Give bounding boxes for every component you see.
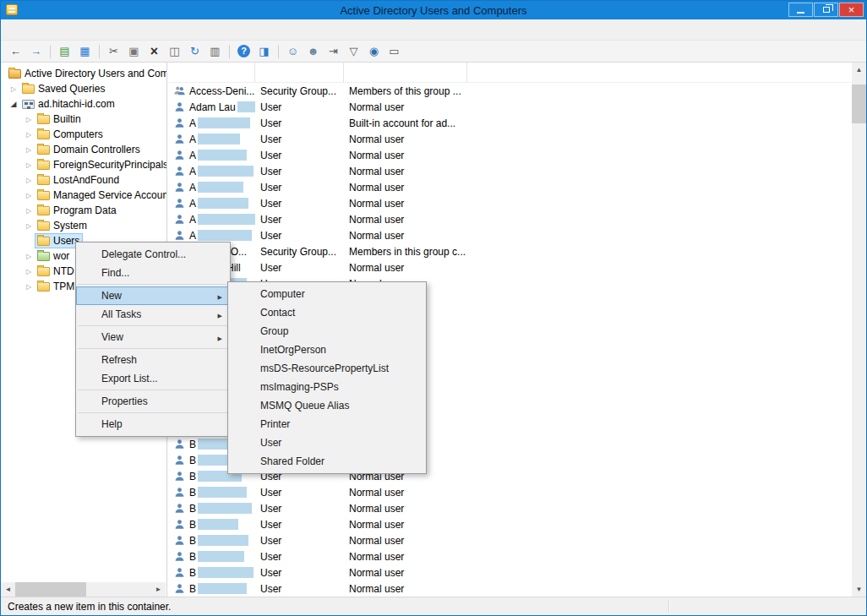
forward-icon[interactable]: → [26, 42, 46, 60]
scroll-left-icon[interactable]: ◄ [1, 582, 15, 597]
new-submenu-item-inetorgperson[interactable]: InetOrgPerson [228, 341, 426, 359]
context-menu-item-all-tasks[interactable]: All Tasks [76, 305, 230, 324]
export-list-icon[interactable]: ▥ [205, 42, 225, 60]
new-submenu-item-computer[interactable]: Computer [228, 285, 426, 303]
back-icon[interactable]: ← [6, 42, 25, 60]
table-row[interactable]: B User Normal user [168, 548, 852, 564]
table-row[interactable]: B User Normal user [168, 516, 852, 532]
table-row[interactable]: A User Built-in account for ad... [168, 115, 852, 131]
new-user-icon[interactable]: ☺ [283, 42, 303, 60]
expander-icon[interactable]: ▷ [23, 161, 35, 169]
new-submenu-item-shared-folder[interactable]: Shared Folder [228, 452, 426, 471]
table-row[interactable]: B User Normal user [168, 532, 852, 548]
list-vertical-scrollbar[interactable]: ▲ ▼ [852, 63, 866, 597]
tree-item-saved-queries[interactable]: ▷ Saved Queries [1, 81, 166, 96]
scrollbar-track[interactable] [15, 582, 151, 597]
new-group-icon[interactable]: ☻ [303, 42, 323, 60]
new-submenu-item-contact[interactable]: Contact [228, 303, 426, 322]
context-menu-item-export-list[interactable]: Export List... [76, 369, 230, 388]
filter-icon[interactable]: ▽ [344, 42, 363, 60]
table-row[interactable]: B User Normal user [168, 564, 852, 581]
table-row[interactable]: A User Normal user [168, 147, 852, 163]
table-row[interactable]: A User Normal user [168, 195, 852, 211]
table-row[interactable]: A User Normal user [168, 179, 852, 195]
menu-action[interactable] [19, 27, 35, 32]
table-row[interactable]: RO... Security Group... Members in this … [168, 243, 852, 259]
delete-icon[interactable]: × [144, 42, 164, 60]
table-row[interactable]: B User Normal user [168, 500, 852, 516]
menu-file[interactable] [4, 27, 19, 32]
expander-icon[interactable]: ▷ [23, 253, 35, 260]
column-header-description[interactable] [344, 63, 467, 82]
tree-item-active-directory-users-and-com[interactable]: Active Directory Users and Com [1, 66, 166, 81]
expander-icon[interactable]: ▷ [8, 85, 19, 93]
tree-item-program-data[interactable]: ▷ Program Data [1, 203, 166, 218]
table-row[interactable]: Hill User Normal user [168, 259, 852, 275]
expander-icon[interactable]: ▷ [23, 283, 35, 291]
context-menu-item-refresh[interactable]: Refresh [76, 351, 230, 369]
new-submenu-item-user[interactable]: User [228, 433, 426, 452]
table-row[interactable]: B User Normal user [168, 581, 852, 597]
scroll-down-icon[interactable]: ▼ [852, 582, 866, 597]
new-submenu-item-msmq-queue-alias[interactable]: MSMQ Queue Alias [228, 396, 426, 415]
find-icon[interactable]: ◉ [364, 42, 384, 60]
table-row[interactable]: A User Normal user [168, 227, 852, 243]
scroll-up-icon[interactable]: ▲ [852, 63, 866, 77]
context-menu-item-find[interactable]: Find... [76, 264, 230, 282]
menu-view[interactable] [35, 27, 50, 32]
column-header-type[interactable] [255, 63, 344, 82]
tree-item-system[interactable]: ▷ System [1, 218, 166, 233]
refresh-icon[interactable]: ↻ [185, 42, 204, 60]
context-menu-item-new[interactable]: New [76, 286, 230, 305]
show-console-tree-icon[interactable]: ▤ [55, 42, 74, 60]
type-cell: User [255, 182, 344, 194]
table-row[interactable]: A User Normal user [168, 163, 852, 179]
menu-help[interactable] [50, 27, 65, 32]
table-row[interactable]: Access-Deni... Security Group... Members… [168, 83, 852, 99]
tree-item-foreignsecurityprincipals[interactable]: ▷ ForeignSecurityPrincipals [1, 157, 166, 172]
properties-icon[interactable]: ◫ [165, 42, 184, 60]
scrollbar-thumb[interactable] [852, 84, 866, 123]
column-header-name[interactable] [168, 63, 255, 82]
table-row[interactable]: A User Normal user [168, 131, 852, 147]
table-row[interactable]: Adam Lau User Normal user [168, 99, 852, 115]
scrollbar-thumb[interactable] [15, 582, 86, 597]
tree-item-computers[interactable]: ▷ Computers [1, 127, 166, 142]
new-submenu-item-printer[interactable]: Printer [228, 415, 426, 433]
expander-icon[interactable]: ▷ [23, 192, 35, 199]
expander-icon[interactable]: ▷ [23, 146, 35, 154]
expander-icon[interactable]: ▷ [23, 268, 35, 275]
table-row[interactable]: B User Normal user [168, 484, 852, 500]
help-icon[interactable]: ? [234, 42, 254, 60]
minimize-button[interactable] [788, 3, 813, 17]
new-submenu-item-msds-resourcepropertylist[interactable]: msDS-ResourcePropertyList [228, 359, 426, 378]
extended-view-icon[interactable]: ◨ [254, 42, 274, 60]
new-submenu-item-group[interactable]: Group [228, 322, 426, 341]
expander-icon[interactable]: ▷ [23, 177, 35, 184]
scroll-right-icon[interactable]: ► [151, 582, 166, 597]
expander-icon[interactable]: ▷ [23, 131, 35, 139]
expander-icon[interactable]: ▷ [23, 207, 35, 215]
console-taskpad-icon[interactable]: ▦ [75, 42, 95, 60]
tree-item-lostandfound[interactable]: ▷ LostAndFound [1, 172, 166, 188]
tree-item-managed-service-accoun[interactable]: ▷ Managed Service Accoun [1, 188, 166, 203]
cut-icon[interactable]: ✂ [104, 42, 123, 60]
tree-item-builtin[interactable]: ▷ Builtin [1, 112, 166, 127]
expander-icon[interactable]: ▷ [23, 116, 35, 123]
context-menu-item-delegate-control[interactable]: Delegate Control... [76, 245, 230, 264]
context-menu-item-help[interactable]: Help [76, 415, 230, 433]
change-domain-icon[interactable]: ▭ [384, 42, 404, 60]
add-to-group-icon[interactable]: ⇥ [324, 42, 343, 60]
close-button[interactable]: × [839, 3, 864, 17]
expander-icon[interactable]: ▷ [23, 222, 35, 230]
paste-icon[interactable]: ▣ [124, 42, 144, 60]
table-row[interactable]: A User Normal user [168, 211, 852, 227]
context-menu-item-view[interactable]: View [76, 328, 230, 346]
tree-horizontal-scrollbar[interactable]: ◄ ► [1, 582, 166, 597]
tree-item-ad-hitachi-id-com[interactable]: ◢ ad.hitachi-id.com [1, 96, 166, 112]
restore-button[interactable] [814, 3, 838, 17]
expander-icon[interactable]: ◢ [8, 100, 19, 108]
context-menu-item-properties[interactable]: Properties [76, 392, 230, 411]
new-submenu-item-msimaging-psps[interactable]: msImaging-PSPs [228, 378, 426, 396]
tree-item-domain-controllers[interactable]: ▷ Domain Controllers [1, 142, 166, 157]
